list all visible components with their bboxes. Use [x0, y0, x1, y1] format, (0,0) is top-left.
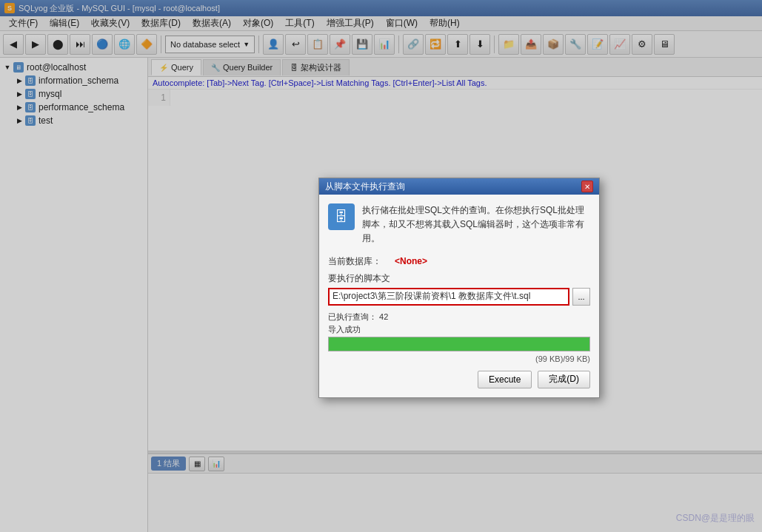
execute-button[interactable]: Execute — [478, 371, 532, 388]
progress-size-text: (99 KB)/99 KB) — [328, 354, 590, 363]
progress-bar-container — [328, 337, 590, 351]
execute-script-dialog: 从脚本文件执行查询 ✕ 🗄 执行储在批处理SQL文件的查询。在你想执行SQL批处… — [318, 178, 600, 398]
dialog-current-db-row: 当前数据库： <None> — [328, 255, 590, 268]
dialog-header-section: 🗄 执行储在批处理SQL文件的查询。在你想执行SQL批处理脚本，却又不想将其载入… — [328, 203, 590, 246]
executed-queries-status: 已执行查询： 42 — [328, 312, 590, 323]
executed-queries-value: 42 — [379, 312, 388, 321]
progress-bar-fill — [329, 337, 589, 351]
script-path-input[interactable] — [328, 288, 569, 306]
dialog-overlay: 从脚本文件执行查询 ✕ 🗄 执行储在批处理SQL文件的查询。在你想执行SQL批处… — [0, 0, 762, 532]
close-icon: ✕ — [584, 183, 590, 191]
dialog-db-icon: 🗄 — [328, 203, 355, 230]
done-button[interactable]: 完成(D) — [538, 371, 590, 388]
dialog-description: 执行储在批处理SQL文件的查询。在你想执行SQL批处理脚本，却又不想将其载入SQ… — [362, 203, 590, 246]
browse-button[interactable]: ... — [572, 288, 590, 306]
script-input-row: ... — [328, 288, 590, 306]
browse-icon: ... — [578, 292, 584, 301]
dialog-current-db-value: <None> — [395, 256, 427, 266]
dialog-titlebar: 从脚本文件执行查询 ✕ — [319, 178, 599, 195]
dialog-buttons: Execute 完成(D) — [328, 371, 590, 388]
dialog-script-section-label: 要执行的脚本文 — [328, 272, 590, 285]
executed-queries-label: 已执行查询： — [328, 312, 377, 321]
dialog-current-db-label: 当前数据库： — [328, 255, 395, 268]
dialog-title: 从脚本文件执行查询 — [325, 181, 405, 193]
dialog-close-button[interactable]: ✕ — [581, 181, 593, 192]
import-status-text: 导入成功 — [328, 324, 590, 335]
dialog-body: 🗄 执行储在批处理SQL文件的查询。在你想执行SQL批处理脚本，却又不想将其载入… — [319, 195, 599, 397]
